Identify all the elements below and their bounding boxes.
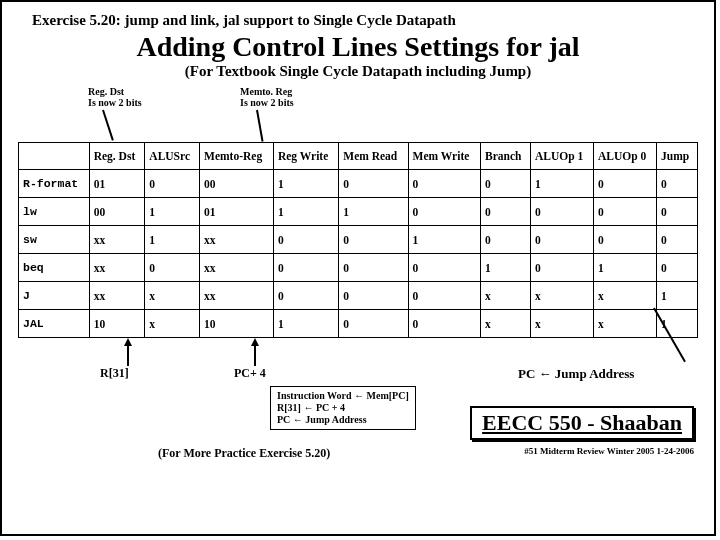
data-cell: 0 [530,198,593,226]
course-box: EECC 550 - Shaaban [470,406,694,440]
data-cell: 10 [89,310,145,338]
data-cell: xx [89,226,145,254]
note-regdst-l2: Is now 2 bits [88,97,142,108]
data-cell: xx [89,282,145,310]
data-cell: 0 [530,254,593,282]
data-cell: x [594,282,657,310]
data-cell: 0 [480,226,530,254]
table-row: swxx1xx0010000 [19,226,698,254]
pointer-line-memtoreg [256,110,264,142]
data-cell: 1 [273,310,338,338]
page-title: Adding Control Lines Settings for jal [18,31,698,63]
page-subtitle: (For Textbook Single Cycle Datapath incl… [18,63,698,80]
ibox-line1: Instruction Word ← Mem[PC] [277,390,409,402]
footer-text: #51 Midterm Review Winter 2005 1-24-2006 [524,446,694,457]
header-notes: Reg. Dst Is now 2 bits Memto. Reg Is now… [18,86,698,142]
col-header: Branch [480,143,530,170]
col-header: ALUOp 1 [530,143,593,170]
instr-cell: J [19,282,90,310]
col-header: ALUOp 0 [594,143,657,170]
label-pc-jump: PC ← Jump Address [518,366,634,382]
data-cell: x [480,282,530,310]
data-cell: 0 [408,282,480,310]
data-cell: 1 [530,170,593,198]
data-cell: 0 [145,170,200,198]
exercise-line: Exercise 5.20: jump and link, jal suppor… [32,12,698,29]
col-header: Memto-Reg [200,143,274,170]
data-cell: xx [200,226,274,254]
instr-cell: R-format [19,170,90,198]
note-regdst-l1: Reg. Dst [88,86,124,97]
data-cell: xx [200,282,274,310]
table-row: lw001011100000 [19,198,698,226]
control-table: Reg. DstALUSrcMemto-RegReg WriteMem Read… [18,142,698,338]
data-cell: 0 [339,254,408,282]
data-cell: 1 [339,198,408,226]
data-cell: 0 [530,226,593,254]
data-cell: 0 [594,226,657,254]
data-cell: xx [200,254,274,282]
data-cell: 0 [594,170,657,198]
data-cell: 0 [657,198,698,226]
arrow-up-memtoreg [251,338,259,346]
practice-note: (For More Practice Exercise 5.20) [158,446,330,461]
data-cell: 00 [89,198,145,226]
data-cell: 0 [273,282,338,310]
label-pcplus4: PC+ 4 [234,366,266,381]
slide: Exercise 5.20: jump and link, jal suppor… [0,0,716,536]
note-memtoreg: Memto. Reg Is now 2 bits [240,86,294,108]
data-cell: 01 [200,198,274,226]
ibox-line2: R[31] ← PC + 4 [277,402,409,414]
data-cell: 0 [145,254,200,282]
data-cell: xx [89,254,145,282]
data-cell: 0 [339,226,408,254]
instr-cell: beq [19,254,90,282]
arrow-up-regdst [124,338,132,346]
below-annotations: R[31] PC+ 4 PC ← Jump Address Instructio… [18,338,698,488]
data-cell: 0 [273,254,338,282]
data-cell: 0 [408,170,480,198]
data-cell: 10 [200,310,274,338]
instr-cell: sw [19,226,90,254]
arrow-stem-memtoreg [254,346,256,366]
data-cell: 1 [145,198,200,226]
data-cell: 1 [480,254,530,282]
instruction-box: Instruction Word ← Mem[PC] R[31] ← PC + … [270,386,416,430]
data-cell: 0 [594,198,657,226]
instr-cell: JAL [19,310,90,338]
ibox-line3: PC ← Jump Address [277,414,409,426]
col-header: ALUSrc [145,143,200,170]
data-cell: 1 [273,198,338,226]
data-cell: x [594,310,657,338]
data-cell: x [530,310,593,338]
arrow-stem-regdst [127,346,129,366]
data-cell: 0 [339,282,408,310]
data-cell: 01 [89,170,145,198]
note-memtoreg-l2: Is now 2 bits [240,97,294,108]
data-cell: 0 [657,254,698,282]
note-memtoreg-l1: Memto. Reg [240,86,292,97]
data-cell: 0 [273,226,338,254]
data-cell: 0 [480,170,530,198]
col-header: Reg. Dst [89,143,145,170]
col-header: Mem Write [408,143,480,170]
pointer-line-regdst [102,110,114,141]
label-r31: R[31] [100,366,129,381]
data-cell: 00 [200,170,274,198]
data-cell: x [480,310,530,338]
data-cell: x [530,282,593,310]
table-row: R-format010001000100 [19,170,698,198]
note-regdst: Reg. Dst Is now 2 bits [88,86,142,108]
data-cell: 1 [145,226,200,254]
data-cell: 0 [408,254,480,282]
data-cell: 1 [657,282,698,310]
data-cell: 0 [408,198,480,226]
instr-cell: lw [19,198,90,226]
data-cell: 0 [408,310,480,338]
data-cell: 0 [657,170,698,198]
data-cell: 1 [273,170,338,198]
table-row: Jxxxxx000xxx1 [19,282,698,310]
col-header [19,143,90,170]
data-cell: 1 [594,254,657,282]
data-cell: 0 [339,170,408,198]
